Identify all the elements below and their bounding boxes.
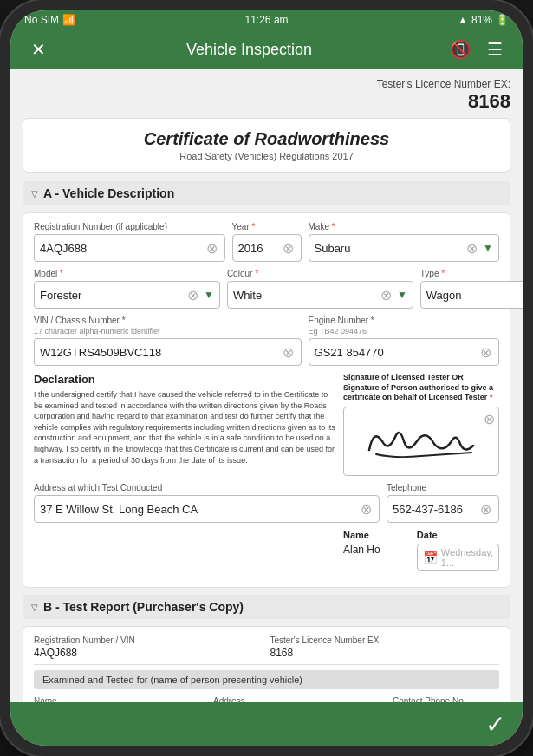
make-clear-icon[interactable]: ⊗ <box>465 240 479 257</box>
person-address-label: Address <box>213 696 386 702</box>
colour-clear-icon[interactable]: ⊗ <box>379 287 393 303</box>
colour-input[interactable] <box>233 289 379 302</box>
field-model: Model * ⊗ ▼ <box>34 269 220 309</box>
vin-input[interactable] <box>40 346 281 359</box>
field-type: Type * ⊗ ▼ <box>420 269 523 309</box>
col-reg-vin: Registration Number / VIN 4AQJ688 <box>34 635 263 659</box>
registration-input-wrap[interactable]: ⊗ <box>34 234 225 262</box>
field-engine: Engine Number * Eg TB42 094476 ⊗ <box>309 316 499 366</box>
field-year: Year * ⊗ <box>232 222 302 262</box>
field-vin: VIN / Chassis Number * 17 character alph… <box>34 316 302 366</box>
reg-vin-label: Registration Number / VIN <box>34 635 263 645</box>
scroll-content[interactable]: Tester's Licence Number EX: 8168 Certifi… <box>10 69 523 702</box>
section-a-header[interactable]: ▽ A - Vehicle Description <box>23 181 510 205</box>
model-input[interactable] <box>40 289 185 302</box>
screen: No SIM 📶 11:26 am ▲ 81% 🔋 ✕ Vehicle Insp… <box>10 10 523 746</box>
field-contact-phone: Contact Phone No. ⊗ <box>393 696 523 702</box>
vin-input-wrap[interactable]: ⊗ <box>34 338 302 366</box>
row-address-phone-name-date: Address at which Test Conducted ⊗ Teleph… <box>34 483 499 523</box>
footer-bar: ✓ <box>10 702 523 746</box>
model-clear-icon[interactable]: ⊗ <box>185 287 200 303</box>
year-clear-icon[interactable]: ⊗ <box>281 240 296 257</box>
row-model-colour-type: Model * ⊗ ▼ Colour * <box>34 269 499 309</box>
registration-input[interactable] <box>40 242 205 255</box>
device-frame: No SIM 📶 11:26 am ▲ 81% 🔋 ✕ Vehicle Insp… <box>0 0 533 756</box>
app-header: ✕ Vehicle Inspection 📵 ☰ <box>10 29 523 69</box>
signal-icon: ▲ <box>458 14 468 26</box>
certificate-card: Certificate of Roadworthiness Road Safet… <box>23 118 510 173</box>
signature-clear-icon[interactable]: ⊗ <box>484 411 495 427</box>
model-input-wrap[interactable]: ⊗ ▼ <box>34 281 220 309</box>
vin-clear-icon[interactable]: ⊗ <box>281 344 296 361</box>
section-b-chevron-icon: ▽ <box>31 603 38 612</box>
section-a-label: A - Vehicle Description <box>43 186 174 200</box>
vin-sublabel: 17 character alpha-numeric identifier <box>34 327 302 336</box>
engine-input-wrap[interactable]: ⊗ <box>309 338 499 366</box>
name-value: Alan Ho <box>343 544 410 556</box>
status-time: 11:26 am <box>245 14 289 26</box>
carrier-label: No SIM <box>24 14 59 26</box>
tester-lic-value: 8168 <box>270 647 500 659</box>
phone-label: Telephone <box>387 483 499 492</box>
engine-placeholder-label: Eg TB42 094476 <box>309 327 499 336</box>
declaration-section: Declaration I the undersigned certify th… <box>34 373 499 476</box>
year-input[interactable] <box>238 242 281 255</box>
menu-button[interactable]: ☰ <box>481 36 509 63</box>
make-dropdown-icon[interactable]: ▼ <box>479 242 493 254</box>
type-input[interactable] <box>426 289 523 302</box>
close-button[interactable]: ✕ <box>24 36 52 63</box>
contact-phone-label: Contact Phone No. <box>393 696 523 702</box>
model-label: Model * <box>34 269 220 278</box>
address-clear-icon[interactable]: ⊗ <box>359 501 374 518</box>
date-input-wrap[interactable]: 📅 Wednesday, 1... <box>417 544 499 571</box>
tester-number-label: Tester's Licence Number EX: <box>377 78 510 90</box>
address-input-wrap[interactable]: ⊗ <box>34 495 380 523</box>
make-input[interactable] <box>315 242 465 255</box>
status-bar: No SIM 📶 11:26 am ▲ 81% 🔋 <box>10 10 523 29</box>
field-colour: Colour * ⊗ ▼ <box>227 269 413 309</box>
divider <box>34 664 499 665</box>
declaration-title: Declaration <box>34 373 336 386</box>
hamburger-icon: ☰ <box>487 39 503 60</box>
declaration-left: Declaration I the undersigned certify th… <box>34 373 336 476</box>
address-input[interactable] <box>40 503 359 516</box>
declaration-text: I the undersigned certify that I have ca… <box>34 389 336 466</box>
date-label: Date <box>417 530 499 540</box>
row-reg-year-make: Registration Number (if applicable) ⊗ Ye… <box>34 222 499 262</box>
calendar-icon: 📅 <box>423 551 438 564</box>
row-person-fields: Name ⊗ Address ⊗ Conta <box>34 696 499 702</box>
certificate-subtitle: Road Safety (Vehicles) Regulations 2017 <box>37 151 496 161</box>
field-phone: Telephone ⊗ <box>387 483 499 523</box>
phone-icon-button[interactable]: 📵 <box>446 36 474 63</box>
row-name-date: Name Alan Ho Date 📅 Wednesday, 1... <box>34 530 499 571</box>
date-col: Date 📅 Wednesday, 1... <box>417 530 499 571</box>
signature-section: Signature of Licensed Tester OR Signatur… <box>343 373 499 476</box>
colour-input-wrap[interactable]: ⊗ ▼ <box>227 281 413 309</box>
section-b-form: Registration Number / VIN 4AQJ688 Tester… <box>23 626 510 702</box>
submit-check-button[interactable]: ✓ <box>485 710 505 739</box>
vin-label: VIN / Chassis Number * <box>34 316 302 325</box>
phone-input-wrap[interactable]: ⊗ <box>387 495 499 523</box>
field-make: Make * ⊗ ▼ <box>309 222 500 262</box>
reg-vin-value: 4AQJ688 <box>34 647 263 659</box>
phone-input[interactable] <box>393 503 478 516</box>
type-input-wrap[interactable]: ⊗ ▼ <box>420 281 523 309</box>
field-person-address: Address ⊗ <box>213 696 386 702</box>
engine-input[interactable] <box>315 346 478 359</box>
signature-box[interactable]: ⊗ <box>343 407 499 476</box>
year-input-wrap[interactable]: ⊗ <box>232 234 302 262</box>
section-b-label: B - Test Report (Purchaser's Copy) <box>43 600 244 614</box>
section-b-header[interactable]: ▽ B - Test Report (Purchaser's Copy) <box>23 595 510 619</box>
field-registration: Registration Number (if applicable) ⊗ <box>34 222 225 262</box>
engine-clear-icon[interactable]: ⊗ <box>478 344 493 361</box>
registration-clear-icon[interactable]: ⊗ <box>205 240 219 257</box>
type-label: Type * <box>420 269 523 278</box>
phone-icon: 📵 <box>450 39 471 60</box>
battery-icon: 🔋 <box>496 14 509 26</box>
section-a-chevron-icon: ▽ <box>31 189 38 199</box>
phone-clear-icon[interactable]: ⊗ <box>478 501 493 518</box>
colour-dropdown-icon[interactable]: ▼ <box>393 289 407 301</box>
model-dropdown-icon[interactable]: ▼ <box>200 289 214 301</box>
date-placeholder: Wednesday, 1... <box>441 547 493 568</box>
make-input-wrap[interactable]: ⊗ ▼ <box>309 234 500 262</box>
